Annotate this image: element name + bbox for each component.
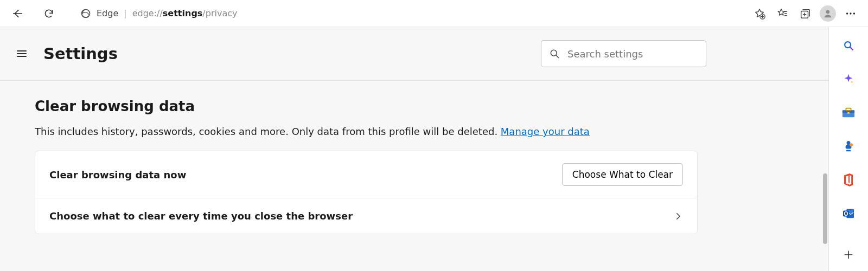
svg-point-6 xyxy=(853,12,855,14)
sidebar-outlook-button[interactable] xyxy=(841,206,856,221)
chess-piece-icon xyxy=(843,140,854,152)
clear-now-row: Clear browsing data now Choose What to C… xyxy=(35,151,697,198)
settings-search[interactable] xyxy=(541,40,706,67)
sidebar-office-button[interactable] xyxy=(841,172,856,188)
clear-browsing-data-section: Clear browsing data This includes histor… xyxy=(0,81,732,234)
sidebar-discover-button[interactable] xyxy=(841,72,856,87)
favorites-button[interactable] xyxy=(771,3,793,24)
sidebar-search-button[interactable] xyxy=(841,38,856,53)
page-title: Settings xyxy=(43,44,118,63)
clear-on-close-label: Choose what to clear every time you clos… xyxy=(49,210,353,222)
address-bar[interactable]: Edge | edge://settings/privacy xyxy=(72,4,742,23)
site-identity-label: Edge xyxy=(97,8,118,18)
sidebar-tools-button[interactable] xyxy=(841,105,856,120)
outlook-icon xyxy=(843,208,854,219)
add-favorite-button[interactable] xyxy=(749,3,770,24)
hamburger-icon xyxy=(15,47,28,60)
edge-logo-icon xyxy=(80,8,91,19)
star-plus-icon xyxy=(754,8,765,20)
settings-content: Settings Clear browsing data This includ… xyxy=(0,27,829,271)
clear-now-label: Clear browsing data now xyxy=(49,169,186,180)
sparkle-icon xyxy=(843,73,854,85)
chevron-right-icon xyxy=(673,211,683,221)
search-icon xyxy=(549,48,560,59)
clear-on-close-row[interactable]: Choose what to clear every time you clos… xyxy=(35,198,697,234)
profile-button[interactable] xyxy=(817,3,839,24)
address-separator: | xyxy=(124,8,126,18)
back-button[interactable] xyxy=(7,3,28,24)
collections-button[interactable] xyxy=(794,3,816,24)
manage-your-data-link[interactable]: Manage your data xyxy=(501,126,590,137)
sidebar-add-button[interactable] xyxy=(841,247,856,262)
office-icon xyxy=(843,173,854,186)
refresh-button[interactable] xyxy=(38,3,60,24)
more-horizontal-icon xyxy=(845,8,857,20)
svg-rect-12 xyxy=(847,112,850,114)
svg-rect-11 xyxy=(846,108,851,111)
svg-point-4 xyxy=(846,12,848,14)
scrollbar-thumb[interactable] xyxy=(823,173,827,244)
toolbar-actions xyxy=(749,3,861,24)
svg-point-7 xyxy=(551,50,557,56)
plus-icon xyxy=(843,249,854,260)
collections-icon xyxy=(799,8,811,20)
star-lines-icon xyxy=(776,8,788,20)
avatar-icon xyxy=(820,5,836,22)
choose-what-to-clear-button[interactable]: Choose What to Clear xyxy=(562,163,683,186)
section-description: This includes history, passwords, cookie… xyxy=(35,124,722,139)
clear-data-card: Clear browsing data now Choose What to C… xyxy=(35,151,698,234)
more-menu-button[interactable] xyxy=(840,3,861,24)
settings-header: Settings xyxy=(0,27,828,81)
settings-menu-button[interactable] xyxy=(11,43,33,64)
refresh-icon xyxy=(43,8,54,19)
briefcase-icon xyxy=(842,107,855,118)
edge-sidebar xyxy=(829,27,868,271)
sidebar-games-button[interactable] xyxy=(841,139,856,154)
svg-point-5 xyxy=(850,12,851,14)
svg-point-13 xyxy=(850,143,853,146)
search-icon xyxy=(843,40,854,51)
browser-toolbar: Edge | edge://settings/privacy xyxy=(0,0,868,27)
arrow-left-icon xyxy=(11,8,23,20)
svg-point-3 xyxy=(826,10,829,13)
section-title: Clear browsing data xyxy=(35,98,722,114)
settings-search-input[interactable] xyxy=(567,48,698,60)
url-text: edge://settings/privacy xyxy=(132,8,238,18)
